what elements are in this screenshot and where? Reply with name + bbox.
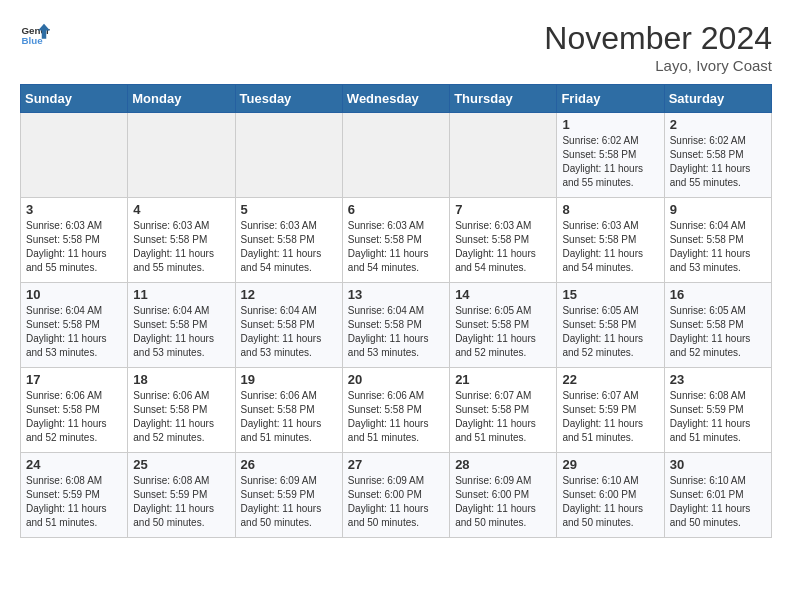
day-info: Sunrise: 6:04 AM Sunset: 5:58 PM Dayligh… [241,304,337,360]
day-info: Sunrise: 6:03 AM Sunset: 5:58 PM Dayligh… [562,219,658,275]
day-number: 30 [670,457,766,472]
day-info: Sunrise: 6:09 AM Sunset: 5:59 PM Dayligh… [241,474,337,530]
calendar-cell: 14Sunrise: 6:05 AM Sunset: 5:58 PM Dayli… [450,283,557,368]
calendar-cell: 29Sunrise: 6:10 AM Sunset: 6:00 PM Dayli… [557,453,664,538]
calendar-cell: 10Sunrise: 6:04 AM Sunset: 5:58 PM Dayli… [21,283,128,368]
calendar-cell: 20Sunrise: 6:06 AM Sunset: 5:58 PM Dayli… [342,368,449,453]
day-info: Sunrise: 6:08 AM Sunset: 5:59 PM Dayligh… [26,474,122,530]
day-info: Sunrise: 6:07 AM Sunset: 5:58 PM Dayligh… [455,389,551,445]
calendar-week-row: 17Sunrise: 6:06 AM Sunset: 5:58 PM Dayli… [21,368,772,453]
day-info: Sunrise: 6:04 AM Sunset: 5:58 PM Dayligh… [670,219,766,275]
calendar-week-row: 1Sunrise: 6:02 AM Sunset: 5:58 PM Daylig… [21,113,772,198]
day-info: Sunrise: 6:06 AM Sunset: 5:58 PM Dayligh… [26,389,122,445]
calendar-cell: 30Sunrise: 6:10 AM Sunset: 6:01 PM Dayli… [664,453,771,538]
day-of-week-header: Tuesday [235,85,342,113]
calendar-cell: 16Sunrise: 6:05 AM Sunset: 5:58 PM Dayli… [664,283,771,368]
day-number: 29 [562,457,658,472]
day-info: Sunrise: 6:05 AM Sunset: 5:58 PM Dayligh… [670,304,766,360]
calendar-cell: 7Sunrise: 6:03 AM Sunset: 5:58 PM Daylig… [450,198,557,283]
day-info: Sunrise: 6:04 AM Sunset: 5:58 PM Dayligh… [133,304,229,360]
day-number: 23 [670,372,766,387]
calendar-cell: 18Sunrise: 6:06 AM Sunset: 5:58 PM Dayli… [128,368,235,453]
day-number: 18 [133,372,229,387]
title-block: November 2024 Layo, Ivory Coast [544,20,772,74]
day-of-week-header: Monday [128,85,235,113]
calendar-cell: 6Sunrise: 6:03 AM Sunset: 5:58 PM Daylig… [342,198,449,283]
day-number: 27 [348,457,444,472]
calendar-cell: 9Sunrise: 6:04 AM Sunset: 5:58 PM Daylig… [664,198,771,283]
calendar-cell: 11Sunrise: 6:04 AM Sunset: 5:58 PM Dayli… [128,283,235,368]
day-number: 20 [348,372,444,387]
day-info: Sunrise: 6:08 AM Sunset: 5:59 PM Dayligh… [670,389,766,445]
day-of-week-header: Thursday [450,85,557,113]
calendar-cell: 2Sunrise: 6:02 AM Sunset: 5:58 PM Daylig… [664,113,771,198]
day-number: 8 [562,202,658,217]
day-info: Sunrise: 6:05 AM Sunset: 5:58 PM Dayligh… [562,304,658,360]
month-title: November 2024 [544,20,772,57]
day-number: 25 [133,457,229,472]
day-number: 13 [348,287,444,302]
day-of-week-header: Saturday [664,85,771,113]
calendar-cell [342,113,449,198]
day-number: 21 [455,372,551,387]
logo-icon: General Blue [20,20,50,50]
day-info: Sunrise: 6:06 AM Sunset: 5:58 PM Dayligh… [348,389,444,445]
calendar-cell [235,113,342,198]
day-info: Sunrise: 6:06 AM Sunset: 5:58 PM Dayligh… [241,389,337,445]
day-number: 3 [26,202,122,217]
day-number: 14 [455,287,551,302]
day-info: Sunrise: 6:03 AM Sunset: 5:58 PM Dayligh… [455,219,551,275]
day-info: Sunrise: 6:10 AM Sunset: 6:01 PM Dayligh… [670,474,766,530]
day-number: 4 [133,202,229,217]
page: General Blue November 2024 Layo, Ivory C… [0,0,792,548]
day-number: 26 [241,457,337,472]
day-number: 10 [26,287,122,302]
location: Layo, Ivory Coast [544,57,772,74]
calendar-header-row: SundayMondayTuesdayWednesdayThursdayFrid… [21,85,772,113]
day-info: Sunrise: 6:02 AM Sunset: 5:58 PM Dayligh… [562,134,658,190]
day-info: Sunrise: 6:03 AM Sunset: 5:58 PM Dayligh… [241,219,337,275]
day-number: 5 [241,202,337,217]
day-of-week-header: Friday [557,85,664,113]
day-number: 16 [670,287,766,302]
calendar-cell: 17Sunrise: 6:06 AM Sunset: 5:58 PM Dayli… [21,368,128,453]
calendar-cell: 15Sunrise: 6:05 AM Sunset: 5:58 PM Dayli… [557,283,664,368]
calendar-cell: 1Sunrise: 6:02 AM Sunset: 5:58 PM Daylig… [557,113,664,198]
day-info: Sunrise: 6:02 AM Sunset: 5:58 PM Dayligh… [670,134,766,190]
day-info: Sunrise: 6:04 AM Sunset: 5:58 PM Dayligh… [26,304,122,360]
svg-text:Blue: Blue [22,35,44,46]
day-of-week-header: Sunday [21,85,128,113]
calendar-cell: 26Sunrise: 6:09 AM Sunset: 5:59 PM Dayli… [235,453,342,538]
day-number: 22 [562,372,658,387]
calendar-cell [450,113,557,198]
calendar-week-row: 24Sunrise: 6:08 AM Sunset: 5:59 PM Dayli… [21,453,772,538]
day-number: 2 [670,117,766,132]
calendar-cell: 23Sunrise: 6:08 AM Sunset: 5:59 PM Dayli… [664,368,771,453]
day-info: Sunrise: 6:08 AM Sunset: 5:59 PM Dayligh… [133,474,229,530]
calendar-cell: 25Sunrise: 6:08 AM Sunset: 5:59 PM Dayli… [128,453,235,538]
calendar-table: SundayMondayTuesdayWednesdayThursdayFrid… [20,84,772,538]
calendar-cell [128,113,235,198]
day-number: 12 [241,287,337,302]
day-number: 28 [455,457,551,472]
calendar-cell: 24Sunrise: 6:08 AM Sunset: 5:59 PM Dayli… [21,453,128,538]
day-number: 15 [562,287,658,302]
day-number: 11 [133,287,229,302]
calendar-cell: 12Sunrise: 6:04 AM Sunset: 5:58 PM Dayli… [235,283,342,368]
calendar-week-row: 10Sunrise: 6:04 AM Sunset: 5:58 PM Dayli… [21,283,772,368]
calendar-cell: 27Sunrise: 6:09 AM Sunset: 6:00 PM Dayli… [342,453,449,538]
day-number: 6 [348,202,444,217]
calendar-cell: 8Sunrise: 6:03 AM Sunset: 5:58 PM Daylig… [557,198,664,283]
day-info: Sunrise: 6:06 AM Sunset: 5:58 PM Dayligh… [133,389,229,445]
calendar-cell: 3Sunrise: 6:03 AM Sunset: 5:58 PM Daylig… [21,198,128,283]
day-info: Sunrise: 6:10 AM Sunset: 6:00 PM Dayligh… [562,474,658,530]
day-number: 24 [26,457,122,472]
day-number: 7 [455,202,551,217]
calendar-cell: 22Sunrise: 6:07 AM Sunset: 5:59 PM Dayli… [557,368,664,453]
calendar-cell: 28Sunrise: 6:09 AM Sunset: 6:00 PM Dayli… [450,453,557,538]
day-number: 17 [26,372,122,387]
calendar-cell [21,113,128,198]
day-info: Sunrise: 6:05 AM Sunset: 5:58 PM Dayligh… [455,304,551,360]
calendar-cell: 4Sunrise: 6:03 AM Sunset: 5:58 PM Daylig… [128,198,235,283]
day-info: Sunrise: 6:03 AM Sunset: 5:58 PM Dayligh… [26,219,122,275]
